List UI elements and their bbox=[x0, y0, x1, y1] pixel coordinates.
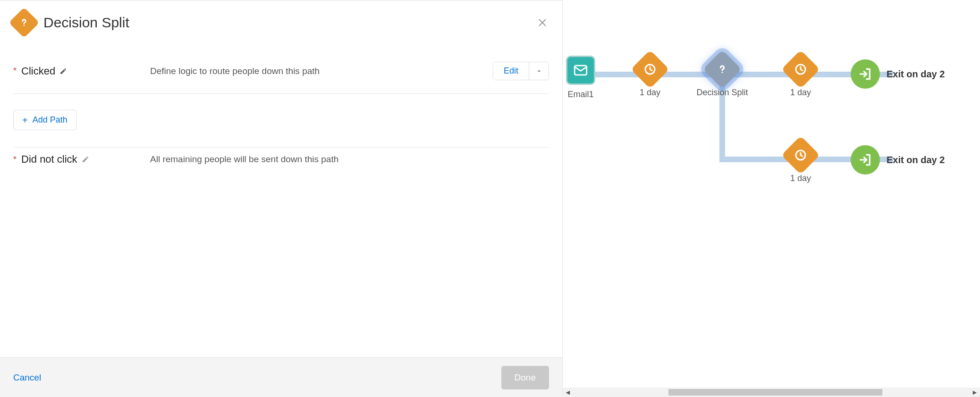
path-desc: Define logic to route people down this p… bbox=[150, 66, 493, 76]
edit-dropdown-caret[interactable] bbox=[529, 62, 549, 80]
decision-split-node[interactable]: Decision Split bbox=[694, 56, 751, 98]
exit-node-1[interactable]: Exit on day 2 bbox=[851, 59, 945, 89]
add-path-button[interactable]: + Add Path bbox=[13, 110, 76, 130]
path-row-clicked: * Clicked Define logic to route people d… bbox=[13, 56, 549, 93]
path-desc: All remaining people will be sent down t… bbox=[150, 154, 549, 165]
pencil-icon[interactable] bbox=[81, 155, 90, 164]
edit-button[interactable]: Edit bbox=[493, 62, 529, 80]
close-icon[interactable] bbox=[536, 16, 549, 29]
panel-header: Decision Split bbox=[13, 12, 549, 33]
path-name: Did not click bbox=[21, 153, 77, 165]
journey-canvas[interactable]: Email1 1 day bbox=[563, 0, 980, 397]
node-label: Decision Split bbox=[696, 88, 748, 98]
required-star: * bbox=[13, 66, 17, 76]
pencil-icon[interactable] bbox=[59, 67, 68, 75]
add-path-label: Add Path bbox=[33, 115, 68, 125]
scroll-left-arrow[interactable]: ◄ bbox=[563, 389, 573, 396]
wait-node-1[interactable]: 1 day bbox=[622, 56, 678, 98]
node-label: Exit on day 2 bbox=[887, 69, 945, 80]
decision-split-panel: Decision Split * Clicked bbox=[0, 0, 563, 397]
exit-icon bbox=[851, 145, 880, 174]
wait-node-3[interactable]: 1 day bbox=[772, 141, 829, 183]
exit-icon bbox=[851, 59, 880, 89]
scrollbar-thumb[interactable] bbox=[668, 389, 883, 396]
scroll-right-arrow[interactable]: ► bbox=[970, 389, 980, 396]
edit-button-group: Edit bbox=[493, 62, 549, 80]
question-icon bbox=[703, 50, 742, 89]
exit-node-2[interactable]: Exit on day 2 bbox=[851, 145, 945, 174]
node-label: 1 day bbox=[640, 88, 660, 98]
done-button[interactable]: Done bbox=[501, 366, 549, 389]
email-node[interactable]: Email1 bbox=[563, 56, 609, 99]
svg-point-6 bbox=[721, 72, 723, 73]
svg-point-1 bbox=[24, 25, 25, 26]
cancel-button[interactable]: Cancel bbox=[13, 372, 41, 383]
node-label: Exit on day 2 bbox=[887, 155, 945, 165]
node-label: Email1 bbox=[567, 90, 593, 99]
node-label: 1 day bbox=[790, 88, 811, 98]
required-star: * bbox=[13, 155, 17, 165]
path-row-did-not-click: * Did not click All remaining people wil… bbox=[13, 148, 549, 179]
horizontal-scrollbar[interactable]: ◄ ► bbox=[563, 388, 980, 397]
decision-icon bbox=[8, 7, 39, 38]
path-name: Clicked bbox=[21, 65, 55, 77]
email-icon bbox=[566, 56, 595, 85]
clock-icon bbox=[781, 136, 820, 174]
plus-icon: + bbox=[22, 116, 28, 125]
scrollbar-track[interactable] bbox=[573, 388, 970, 397]
node-label: 1 day bbox=[790, 174, 811, 183]
panel-footer: Cancel Done bbox=[0, 357, 562, 397]
wait-node-2[interactable]: 1 day bbox=[772, 56, 829, 98]
panel-title: Decision Split bbox=[43, 15, 129, 31]
clock-icon bbox=[781, 50, 820, 89]
clock-icon bbox=[631, 50, 669, 89]
